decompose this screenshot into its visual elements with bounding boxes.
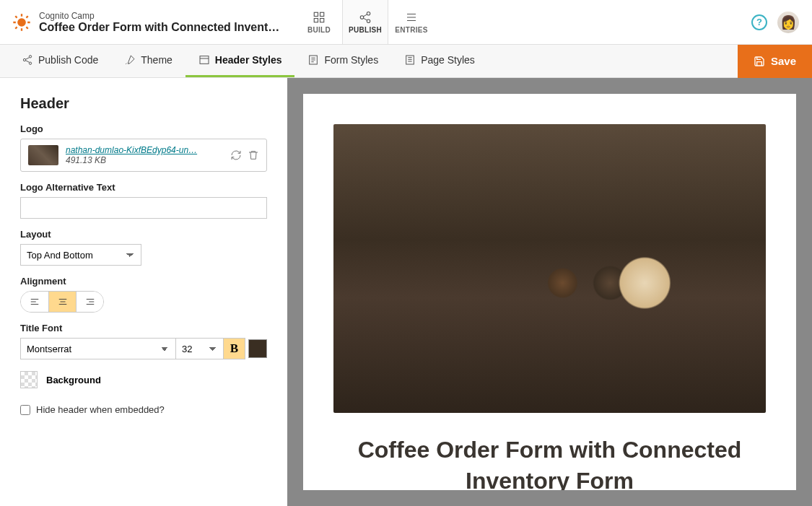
save-label: Save xyxy=(771,55,796,67)
share-icon xyxy=(22,54,33,66)
title-color-swatch[interactable] xyxy=(248,339,267,358)
alt-text-input[interactable] xyxy=(20,197,267,219)
hide-header-row[interactable]: Hide header when embedded? xyxy=(20,404,267,415)
layout-select[interactable]: Top And Bottom xyxy=(20,244,141,266)
hide-header-label: Hide header when embedded? xyxy=(36,404,165,415)
tab-theme[interactable]: Theme xyxy=(111,45,185,77)
align-left-button[interactable] xyxy=(21,292,48,312)
logo-file-box: nathan-dumlao-KixfBEdyp64-un… 491.13 KB xyxy=(20,139,267,172)
delete-icon[interactable] xyxy=(248,149,259,161)
top-nav: BUILD PUBLISH ENTRIES xyxy=(296,0,435,44)
section-title: Header xyxy=(20,95,267,112)
file-name-link[interactable]: nathan-dumlao-KixfBEdyp64-un… xyxy=(66,145,223,155)
svg-rect-4 xyxy=(320,18,324,22)
list-icon xyxy=(405,11,418,24)
tab-label: Theme xyxy=(141,54,173,66)
header-icon xyxy=(198,54,210,66)
align-left-icon xyxy=(30,297,40,307)
preview-area: Coffee Order Form with Connected Invento… xyxy=(287,78,812,506)
font-family-select[interactable]: Montserrat xyxy=(20,338,176,359)
file-size: 491.13 KB xyxy=(66,155,223,165)
svg-rect-11 xyxy=(200,56,209,64)
svg-point-8 xyxy=(29,56,31,58)
align-right-icon xyxy=(85,297,95,307)
preview-title: Coffee Order Form with Connected Invento… xyxy=(333,435,766,490)
background-label: Background xyxy=(46,375,101,385)
preview-hero-image xyxy=(333,124,766,413)
grid-icon xyxy=(313,11,326,24)
preview-page: Coffee Order Form with Connected Invento… xyxy=(303,94,796,490)
file-thumbnail xyxy=(28,145,58,165)
tab-label: Page Styles xyxy=(421,54,475,66)
top-bar: Cognito Camp Coffee Order Form with Conn… xyxy=(0,0,812,45)
alignment-group xyxy=(20,291,104,313)
tab-bar: Publish Code Theme Header Styles Form St… xyxy=(0,45,812,78)
layout-label: Layout xyxy=(20,229,267,240)
replace-icon[interactable] xyxy=(230,149,242,161)
tab-header-styles[interactable]: Header Styles xyxy=(185,45,295,77)
nav-build[interactable]: BUILD xyxy=(296,0,342,44)
font-size-select[interactable]: 32 xyxy=(176,338,224,359)
svg-rect-2 xyxy=(320,12,324,16)
help-icon[interactable]: ? xyxy=(751,14,767,30)
svg-point-10 xyxy=(29,62,31,64)
nav-publish-label: PUBLISH xyxy=(349,26,382,34)
alt-text-label: Logo Alternative Text xyxy=(20,182,267,193)
svg-point-9 xyxy=(23,58,25,61)
form-title[interactable]: Coffee Order Form with Connected Invent… xyxy=(39,21,279,34)
align-center-button[interactable] xyxy=(48,292,76,312)
svg-rect-1 xyxy=(314,12,318,16)
share-icon xyxy=(359,11,372,24)
tab-form-styles[interactable]: Form Styles xyxy=(294,45,391,77)
brand-logo-icon xyxy=(12,12,32,32)
logo-label: Logo xyxy=(20,123,267,134)
user-avatar[interactable]: 👩 xyxy=(777,12,799,33)
svg-point-6 xyxy=(360,15,364,19)
background-swatch[interactable] xyxy=(20,371,38,388)
brand-block: Cognito Camp Coffee Order Form with Conn… xyxy=(0,0,296,44)
nav-entries[interactable]: ENTRIES xyxy=(388,0,435,44)
org-name: Cognito Camp xyxy=(39,11,279,21)
tab-publish-code[interactable]: Publish Code xyxy=(9,45,111,77)
tab-label: Header Styles xyxy=(215,54,282,66)
nav-publish[interactable]: PUBLISH xyxy=(342,0,388,44)
nav-entries-label: ENTRIES xyxy=(395,26,427,34)
side-panel: Header Logo nathan-dumlao-KixfBEdyp64-un… xyxy=(0,78,287,506)
align-right-button[interactable] xyxy=(76,292,103,312)
tab-label: Publish Code xyxy=(38,54,98,66)
svg-point-5 xyxy=(367,12,370,15)
form-icon xyxy=(307,54,319,66)
save-button[interactable]: Save xyxy=(738,45,812,78)
svg-point-7 xyxy=(367,19,370,23)
brush-icon xyxy=(124,54,136,66)
save-icon xyxy=(754,56,765,67)
hide-header-checkbox[interactable] xyxy=(20,405,30,415)
nav-build-label: BUILD xyxy=(307,26,331,34)
svg-rect-13 xyxy=(406,56,414,64)
svg-point-0 xyxy=(17,18,26,27)
title-font-label: Title Font xyxy=(20,323,267,333)
tab-page-styles[interactable]: Page Styles xyxy=(391,45,488,77)
svg-rect-3 xyxy=(314,18,318,22)
alignment-label: Alignment xyxy=(20,276,267,287)
tab-label: Form Styles xyxy=(324,54,378,66)
bold-toggle[interactable]: B xyxy=(224,338,245,359)
page-icon xyxy=(404,54,416,66)
main-layout: Header Logo nathan-dumlao-KixfBEdyp64-un… xyxy=(0,78,812,506)
align-center-icon xyxy=(58,297,68,307)
